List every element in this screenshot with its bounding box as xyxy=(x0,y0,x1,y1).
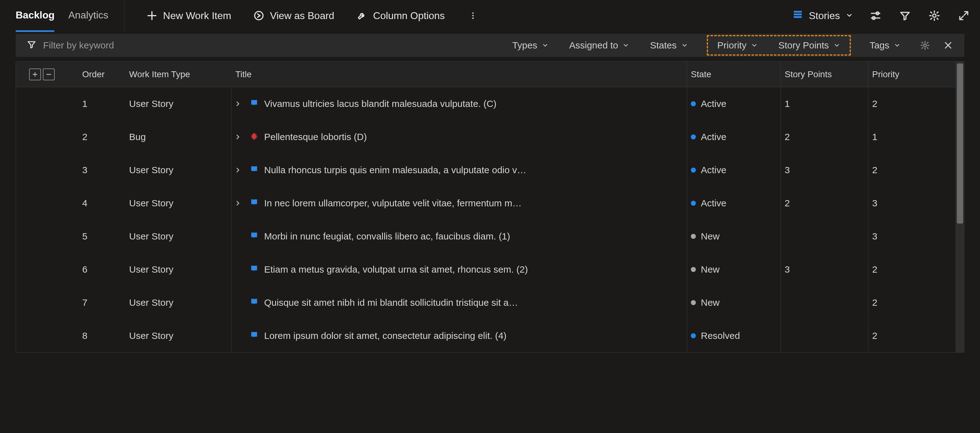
filter-assigned-to[interactable]: Assigned to xyxy=(567,38,632,53)
cell-priority: 3 xyxy=(869,220,956,253)
backlog-level-selector[interactable]: Stories xyxy=(792,9,853,22)
keyword-filter-input[interactable] xyxy=(43,40,199,51)
cell-title[interactable]: Lorem ipsum dolor sit amet, consectetur … xyxy=(232,319,687,352)
sliders-icon[interactable] xyxy=(869,9,883,22)
backlog-grid: Order Work Item Type Title State Story P… xyxy=(16,61,964,353)
cell-title[interactable]: In nec lorem ullamcorper, vulputate veli… xyxy=(232,187,687,220)
column-header-points[interactable]: Story Points xyxy=(781,62,869,87)
scroll-thumb[interactable] xyxy=(957,64,963,223)
tab-backlog[interactable]: Backlog xyxy=(16,0,54,31)
chevron-down-icon xyxy=(542,42,549,49)
chevron-down-icon xyxy=(751,42,758,49)
top-toolbar: Backlog Analytics New Work Item View as … xyxy=(0,0,980,31)
table-row[interactable]: 4User StoryIn nec lorem ullamcorper, vul… xyxy=(16,187,956,220)
view-as-board-button[interactable]: View as Board xyxy=(253,10,334,22)
cell-state: Active xyxy=(687,87,781,120)
expand-chevron-icon[interactable] xyxy=(232,100,244,108)
state-text: Resolved xyxy=(701,330,740,341)
svg-point-1 xyxy=(472,13,474,14)
cell-priority: 2 xyxy=(869,87,956,120)
filter-assigned-label: Assigned to xyxy=(569,40,618,51)
chevron-down-icon xyxy=(846,10,853,22)
svg-point-0 xyxy=(255,11,263,20)
table-row[interactable]: 1User StoryVivamus ultricies lacus bland… xyxy=(16,87,956,120)
cell-story-points xyxy=(781,319,869,352)
wrench-icon xyxy=(356,10,367,21)
title-text: Etiam a metus gravida, volutpat urna sit… xyxy=(264,264,528,275)
new-work-item-button[interactable]: New Work Item xyxy=(146,10,231,22)
cell-title[interactable]: Pellentesque lobortis (D) xyxy=(232,120,687,153)
chevron-down-icon xyxy=(834,42,840,49)
cell-type: User Story xyxy=(125,220,232,253)
column-header-priority[interactable]: Priority xyxy=(869,62,956,87)
state-dot-icon xyxy=(691,267,696,272)
title-text: Vivamus ultricies lacus blandit malesuad… xyxy=(264,99,496,109)
expand-chevron-icon[interactable] xyxy=(232,166,244,174)
svg-rect-6 xyxy=(794,16,802,18)
gear-icon[interactable] xyxy=(928,9,941,22)
title-text: Lorem ipsum dolor sit amet, consectetur … xyxy=(264,330,506,341)
cell-title[interactable]: Morbi in nunc feugiat, convallis libero … xyxy=(232,220,687,253)
cell-type: User Story xyxy=(125,187,232,220)
cell-priority: 2 xyxy=(869,253,956,286)
more-actions-button[interactable] xyxy=(467,10,479,22)
table-row[interactable]: 5User StoryMorbi in nunc feugiat, conval… xyxy=(16,220,956,253)
expand-chevron-icon[interactable] xyxy=(232,133,244,141)
cell-state: Active xyxy=(687,153,781,187)
tab-analytics[interactable]: Analytics xyxy=(68,0,108,31)
svg-point-10 xyxy=(924,44,926,47)
cell-priority: 2 xyxy=(869,153,956,187)
expand-chevron-icon[interactable] xyxy=(232,199,244,207)
state-text: New xyxy=(701,264,720,275)
state-dot-icon xyxy=(691,333,696,338)
vertical-scrollbar[interactable] xyxy=(956,62,964,352)
column-options-label: Column Options xyxy=(373,10,444,22)
enter-fullscreen-icon[interactable] xyxy=(957,9,970,22)
cell-story-points xyxy=(781,220,869,253)
table-row[interactable]: 2BugPellentesque lobortis (D)Active21 xyxy=(16,120,956,153)
column-header-title[interactable]: Title xyxy=(232,62,687,87)
column-header-type[interactable]: Work Item Type xyxy=(125,69,232,80)
cell-order: 3 xyxy=(78,165,125,175)
table-row[interactable]: 8User StoryLorem ipsum dolor sit amet, c… xyxy=(16,319,956,352)
svg-point-3 xyxy=(472,18,474,19)
column-header-order[interactable]: Order xyxy=(78,69,125,80)
cell-state: Active xyxy=(687,120,781,153)
cell-title[interactable]: Quisque sit amet nibh id mi blandit soll… xyxy=(232,286,687,319)
cell-order: 6 xyxy=(78,264,125,275)
cell-title[interactable]: Nulla rhoncus turpis quis enim malesuada… xyxy=(232,153,687,187)
cell-type: User Story xyxy=(125,286,232,319)
cell-priority: 2 xyxy=(869,286,956,319)
column-options-button[interactable]: Column Options xyxy=(356,10,444,22)
filter-story-points[interactable]: Story Points xyxy=(776,38,842,53)
title-text: Pellentesque lobortis (D) xyxy=(264,132,367,142)
state-text: Active xyxy=(701,198,727,209)
cell-title[interactable]: Vivamus ultricies lacus blandit malesuad… xyxy=(232,87,687,120)
table-row[interactable]: 6User StoryEtiam a metus gravida, volutp… xyxy=(16,253,956,286)
table-row[interactable]: 3User StoryNulla rhoncus turpis quis eni… xyxy=(16,153,956,187)
expand-all-button[interactable] xyxy=(29,68,41,80)
filter-tags[interactable]: Tags xyxy=(868,38,902,53)
filter-icon[interactable] xyxy=(898,9,912,22)
filter-priority[interactable]: Priority xyxy=(716,38,760,53)
grid-body: 1User StoryVivamus ultricies lacus bland… xyxy=(16,87,956,352)
column-header-state[interactable]: State xyxy=(687,62,781,87)
arrow-circle-icon xyxy=(253,10,264,21)
cell-story-points: 2 xyxy=(781,187,869,220)
cell-order: 4 xyxy=(78,198,125,209)
view-tabs: Backlog Analytics xyxy=(16,0,124,31)
cell-state: Resolved xyxy=(687,319,781,352)
filter-types[interactable]: Types xyxy=(511,38,550,53)
filter-settings-icon[interactable] xyxy=(918,38,932,52)
cell-order: 1 xyxy=(78,99,125,109)
cell-order: 7 xyxy=(78,297,125,308)
close-filter-icon[interactable] xyxy=(941,38,955,52)
collapse-all-button[interactable] xyxy=(43,68,55,80)
cell-state: New xyxy=(687,253,781,286)
cell-priority: 2 xyxy=(869,319,956,352)
cell-title[interactable]: Etiam a metus gravida, volutpat urna sit… xyxy=(232,253,687,286)
grid-header: Order Work Item Type Title State Story P… xyxy=(16,62,956,87)
table-row[interactable]: 7User StoryQuisque sit amet nibh id mi b… xyxy=(16,286,956,319)
filter-states[interactable]: States xyxy=(648,38,690,53)
work-item-type-icon xyxy=(250,165,259,176)
